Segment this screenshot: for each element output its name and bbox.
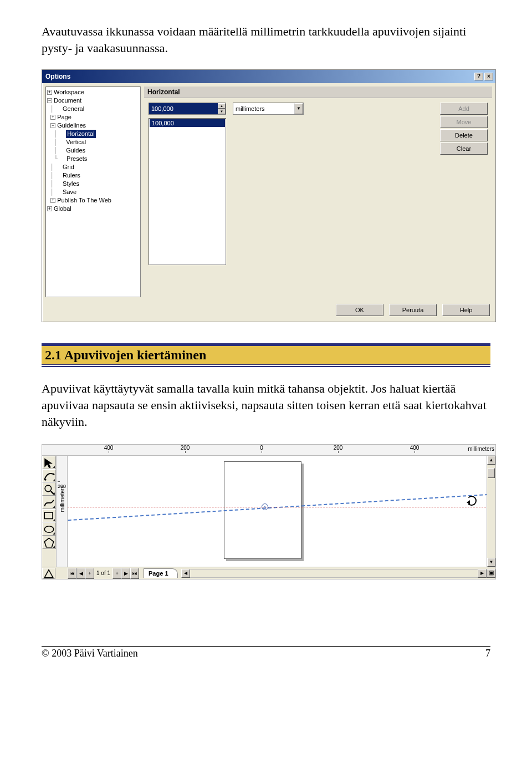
tree-item-document[interactable]: −Document	[47, 96, 139, 105]
scroll-thumb[interactable]	[488, 468, 495, 478]
tree-item-grid[interactable]: │ Grid	[47, 163, 139, 171]
guideline-list[interactable]: 100,000	[149, 118, 226, 265]
dialog-button-row: OK Peruuta Help	[42, 301, 495, 322]
intro-paragraph: Avautuvassa ikkunassa voidaan määritellä…	[42, 23, 490, 56]
clear-button[interactable]: Clear	[440, 143, 488, 155]
units-select[interactable]: millimeters ▼	[233, 103, 304, 115]
tree-item-global[interactable]: +Global	[47, 205, 139, 213]
freehand-tool-icon[interactable]	[42, 496, 56, 509]
add-button[interactable]: Add	[440, 103, 488, 115]
units-value: millimeters	[236, 105, 265, 112]
canvas-screenshot: 400 200 0 200 400 millimeters 200 millim…	[42, 444, 496, 579]
tree-item-guides[interactable]: │ Guides	[47, 146, 139, 155]
toolbox	[42, 456, 57, 567]
guideline-value-text: 100,000	[149, 103, 218, 114]
svg-marker-7	[44, 570, 53, 578]
tree-item-rulers[interactable]: │ Rulers	[47, 171, 139, 180]
basic-shapes-icon[interactable]	[42, 568, 55, 579]
vertical-ruler[interactable]: 200 millimeters	[57, 456, 68, 567]
ruler-tick: 0	[250, 445, 273, 453]
guideline-value-input[interactable]: 100,000 ▲ ▼	[149, 103, 226, 115]
zoom-tool-icon[interactable]	[42, 482, 56, 496]
cancel-button[interactable]: Peruuta	[389, 304, 437, 316]
horizontal-scrollbar[interactable]: ◀ ▶	[181, 569, 487, 578]
vertical-scrollbar[interactable]: ▲ ▼	[487, 456, 495, 567]
delete-button[interactable]: Delete	[440, 129, 488, 141]
add-page-after-icon[interactable]: +	[112, 568, 121, 579]
scroll-up-icon[interactable]: ▲	[487, 456, 495, 465]
move-button[interactable]: Move	[440, 116, 488, 128]
svg-line-3	[51, 491, 55, 495]
ruler-tick: 200	[327, 445, 349, 453]
spinner-up-icon[interactable]: ▲	[218, 103, 226, 109]
navigator-icon[interactable]: ▣	[487, 569, 495, 578]
svg-point-1	[53, 474, 54, 475]
dialog-titlebar[interactable]: Options ? ×	[42, 70, 495, 83]
section-heading: 2.1 Apuviivojen kiertäminen	[42, 343, 490, 367]
spinner-down-icon[interactable]: ▼	[218, 109, 226, 114]
footer-copyright: © 2003 Päivi Vartiainen	[42, 648, 138, 659]
scroll-left-icon[interactable]: ◀	[181, 569, 190, 578]
tree-item-vertical[interactable]: │ Vertical	[47, 138, 139, 146]
horizontal-ruler[interactable]: 400 200 0 200 400 millimeters	[42, 445, 495, 456]
next-page-icon[interactable]: ▶	[121, 568, 130, 579]
rectangle-tool-icon[interactable]	[42, 509, 56, 522]
ok-button[interactable]: OK	[336, 304, 383, 316]
tree-item-publish[interactable]: +Publish To The Web	[47, 196, 139, 205]
first-page-icon[interactable]: ⏮	[68, 568, 76, 579]
svg-point-2	[45, 486, 52, 492]
ruler-tick: 200	[174, 445, 196, 453]
section-heading-text: 2.1 Apuviivojen kiertäminen	[42, 345, 490, 365]
page-tab[interactable]: Page 1	[144, 568, 177, 578]
options-dialog: Options ? × +Workspace −Document │ Gener…	[42, 69, 496, 322]
shape-tool-icon[interactable]	[42, 469, 56, 482]
help-icon[interactable]: ?	[474, 73, 483, 80]
tree-item-presets[interactable]: └ Presets	[47, 155, 139, 163]
tree-item-workspace[interactable]: +Workspace	[47, 88, 139, 96]
scroll-right-icon[interactable]: ▶	[478, 569, 487, 578]
dialog-title: Options	[45, 73, 70, 80]
guideline-horizontal[interactable]	[68, 507, 489, 507]
polygon-tool-icon[interactable]	[42, 536, 56, 549]
tree-item-styles[interactable]: │ Styles	[47, 180, 139, 188]
pick-tool-icon[interactable]	[42, 456, 56, 469]
svg-point-0	[44, 479, 46, 481]
last-page-icon[interactable]: ⏭	[130, 568, 139, 579]
vruler-unit-label: millimeters	[59, 484, 65, 515]
footer-page-number: 7	[485, 648, 490, 659]
help-button[interactable]: Help	[442, 304, 490, 316]
close-icon[interactable]: ×	[484, 73, 493, 80]
ruler-unit-label: millimeters	[468, 446, 494, 452]
tree-item-horizontal[interactable]: │ Horizontal	[47, 130, 139, 138]
tree-item-general[interactable]: │ General	[47, 105, 139, 113]
prev-page-icon[interactable]: ◀	[76, 568, 85, 579]
svg-rect-4	[44, 512, 53, 519]
svg-marker-6	[44, 538, 53, 547]
options-tree[interactable]: +Workspace −Document │ General +Page −Gu…	[45, 87, 141, 297]
rotation-handle-icon[interactable]	[467, 496, 477, 506]
add-page-before-icon[interactable]: +	[85, 568, 94, 579]
ruler-tick: 400	[98, 445, 120, 453]
ellipse-tool-icon[interactable]	[42, 522, 56, 536]
chevron-down-icon[interactable]: ▼	[294, 103, 303, 114]
svg-point-5	[44, 526, 53, 533]
ruler-tick: 400	[403, 445, 426, 453]
page-footer: © 2003 Päivi Vartiainen 7	[42, 646, 490, 659]
page-counter: 1 of 1	[94, 570, 112, 576]
tree-item-save[interactable]: │ Save	[47, 188, 139, 196]
tree-item-guidelines[interactable]: −Guidelines	[47, 121, 139, 130]
page-tabstrip: ⏮ ◀ + 1 of 1 + ▶ ⏭ Page 1 ◀ ▶ ▣	[42, 567, 495, 579]
scroll-down-icon[interactable]: ▼	[487, 558, 495, 567]
drawing-area[interactable]	[68, 456, 495, 567]
body-paragraph: Apuviivat käyttäytyvät samalla tavalla k…	[42, 380, 490, 430]
list-item[interactable]: 100,000	[150, 119, 225, 127]
panel-title: Horizontal	[144, 87, 492, 98]
tree-item-page[interactable]: +Page	[47, 113, 139, 121]
